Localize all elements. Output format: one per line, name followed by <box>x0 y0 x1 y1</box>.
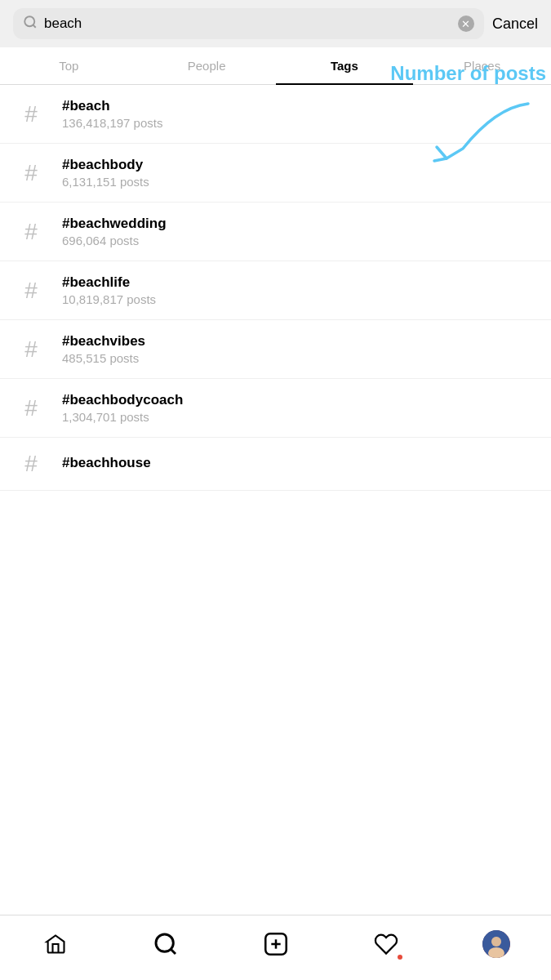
tag-count: 10,819,817 posts <box>62 292 538 306</box>
search-input-wrapper: beach ✕ <box>13 8 484 39</box>
nav-home[interactable] <box>31 924 80 964</box>
tag-count: 136,418,197 posts <box>62 116 538 130</box>
bottom-nav <box>0 915 551 980</box>
nav-profile[interactable] <box>472 924 521 964</box>
tag-info: #beachhouse <box>62 455 538 473</box>
nav-add[interactable] <box>251 924 300 964</box>
hash-icon: # <box>13 451 49 477</box>
svg-point-0 <box>24 16 34 26</box>
tag-name: #beachlife <box>62 274 538 291</box>
nav-search[interactable] <box>141 924 190 964</box>
search-nav-icon <box>153 931 179 957</box>
tag-list: # #beach 136,418,197 posts Number of pos… <box>0 85 551 491</box>
avatar <box>482 930 510 958</box>
tag-info: #beachbodycoach 1,304,701 posts <box>62 392 538 424</box>
search-input[interactable]: beach <box>44 16 451 32</box>
tag-name: #beachvibes <box>62 333 538 350</box>
svg-line-1 <box>33 24 35 27</box>
cancel-button[interactable]: Cancel <box>492 16 538 33</box>
tag-count: 1,304,701 posts <box>62 410 538 424</box>
tag-info: #beachbody 6,131,151 posts <box>62 157 538 189</box>
tab-tags[interactable]: Tags <box>276 47 414 84</box>
tab-places[interactable]: Places <box>413 47 551 84</box>
list-item[interactable]: # #beachwedding 696,064 posts <box>0 203 551 261</box>
hash-icon: # <box>13 336 49 363</box>
tag-info: #beachwedding 696,064 posts <box>62 216 538 247</box>
list-item[interactable]: # #beach 136,418,197 posts Number of pos… <box>0 85 551 144</box>
list-item[interactable]: # #beachvibes 485,515 posts <box>0 320 551 379</box>
home-icon <box>44 933 67 956</box>
clear-icon: ✕ <box>461 18 470 30</box>
tab-people[interactable]: People <box>138 47 276 84</box>
list-item[interactable]: # #beachlife 10,819,817 posts <box>0 261 551 320</box>
tag-count: 485,515 posts <box>62 351 538 365</box>
clear-button[interactable]: ✕ <box>458 16 474 32</box>
nav-activity[interactable] <box>362 924 411 964</box>
list-item[interactable]: # #beachbodycoach 1,304,701 posts <box>0 379 551 438</box>
add-icon <box>262 930 290 958</box>
tag-name: #beach <box>62 98 538 114</box>
content-area: # #beach 136,418,197 posts Number of pos… <box>0 85 551 556</box>
svg-point-2 <box>156 934 173 951</box>
tag-name: #beachbodycoach <box>62 392 538 408</box>
hash-icon: # <box>13 101 49 127</box>
search-bar: beach ✕ Cancel <box>0 0 551 47</box>
heart-icon <box>374 932 398 956</box>
svg-point-10 <box>491 937 501 947</box>
svg-line-3 <box>171 949 176 954</box>
list-item[interactable]: # #beachhouse <box>0 438 551 491</box>
tag-name: #beachwedding <box>62 216 538 232</box>
tag-name: #beachhouse <box>62 455 538 471</box>
tag-info: #beachvibes 485,515 posts <box>62 333 538 365</box>
tag-count: 696,064 posts <box>62 234 538 247</box>
hash-icon: # <box>13 278 49 304</box>
tag-info: #beachlife 10,819,817 posts <box>62 274 538 306</box>
hash-icon: # <box>13 395 49 421</box>
tabs-container: Top People Tags Places <box>0 47 551 85</box>
list-item[interactable]: # #beachbody 6,131,151 posts <box>0 144 551 203</box>
hash-icon: # <box>13 160 49 186</box>
tag-info: #beach 136,418,197 posts <box>62 98 538 130</box>
search-icon <box>23 15 38 33</box>
notification-dot <box>398 955 402 960</box>
tag-name: #beachbody <box>62 157 538 173</box>
hash-icon: # <box>13 219 49 245</box>
tag-count: 6,131,151 posts <box>62 175 538 189</box>
tab-top[interactable]: Top <box>0 47 138 84</box>
